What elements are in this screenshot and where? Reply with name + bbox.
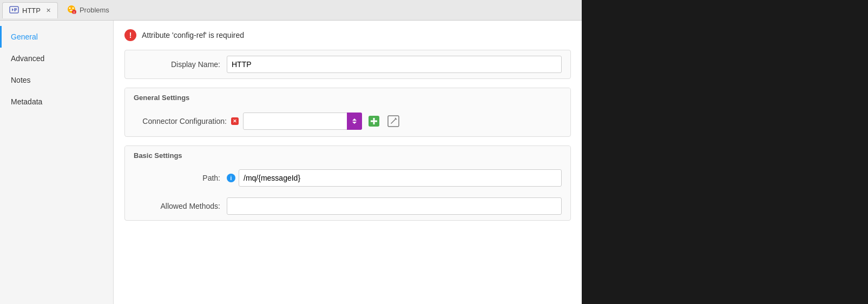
sidebar-item-general[interactable]: General <box>0 26 113 48</box>
connector-select[interactable] <box>243 113 362 130</box>
display-name-label: Display Name: <box>134 60 220 69</box>
tab-problems-label: Problems <box>80 6 109 14</box>
connector-spinner[interactable] <box>347 113 362 130</box>
display-name-section: Display Name: <box>124 50 571 79</box>
path-input-wrapper: i <box>227 169 562 187</box>
path-info-icon: i <box>227 174 235 182</box>
error-banner: ! Attribute 'config-ref' is required <box>124 29 571 41</box>
tab-bar: HTTP ✕ ! Problems <box>0 0 582 21</box>
allowed-methods-input[interactable] <box>227 197 562 215</box>
basic-settings-title: Basic Settings <box>125 146 570 164</box>
error-icon: ! <box>124 29 136 41</box>
sidebar-item-metadata[interactable]: Metadata <box>0 91 113 113</box>
http-icon <box>9 5 19 16</box>
path-input[interactable] <box>239 169 562 187</box>
sidebar: General Advanced Notes Metadata <box>0 21 114 304</box>
general-settings-section: General Settings Connector Configuration… <box>124 88 571 137</box>
tab-http-label: HTTP <box>22 6 41 15</box>
connector-config-label: Connector Configuration: <box>134 117 227 125</box>
problems-icon: ! <box>67 4 76 16</box>
sidebar-item-notes[interactable]: Notes <box>0 69 113 91</box>
plus-icon <box>367 115 380 128</box>
connector-add-button[interactable] <box>366 114 382 129</box>
path-label: Path: <box>134 174 220 182</box>
main-area: General Advanced Notes Metadata ! Attrib… <box>0 21 582 304</box>
tab-http[interactable]: HTTP ✕ <box>2 2 58 18</box>
content-area: ! Attribute 'config-ref' is required Dis… <box>114 21 582 304</box>
connector-error-dot: ✕ <box>231 117 239 125</box>
svg-text:!: ! <box>74 11 75 15</box>
svg-point-7 <box>72 8 74 9</box>
connector-select-wrapper <box>243 113 362 130</box>
tab-problems[interactable]: ! Problems <box>60 1 116 19</box>
basic-settings-section: Basic Settings Path: i Allowed Methods: <box>124 146 571 221</box>
display-name-input[interactable] <box>227 56 562 73</box>
tab-http-close[interactable]: ✕ <box>46 7 51 14</box>
connector-edit-button[interactable] <box>386 114 401 129</box>
allowed-methods-row: Allowed Methods: <box>125 192 570 220</box>
spinner-down-arrow <box>352 122 357 124</box>
sidebar-item-advanced[interactable]: Advanced <box>0 48 113 69</box>
error-message: Attribute 'config-ref' is required <box>142 31 244 39</box>
path-row: Path: i <box>125 164 570 192</box>
svg-point-6 <box>69 8 70 9</box>
svg-marker-1 <box>12 8 14 11</box>
edit-icon <box>387 115 399 127</box>
general-settings-title: General Settings <box>125 88 570 106</box>
allowed-methods-label: Allowed Methods: <box>134 202 220 210</box>
spinner-up-arrow <box>352 118 357 121</box>
main-panel: HTTP ✕ ! Problems General <box>0 0 582 304</box>
connector-config-row: Connector Configuration: ✕ <box>125 106 570 136</box>
